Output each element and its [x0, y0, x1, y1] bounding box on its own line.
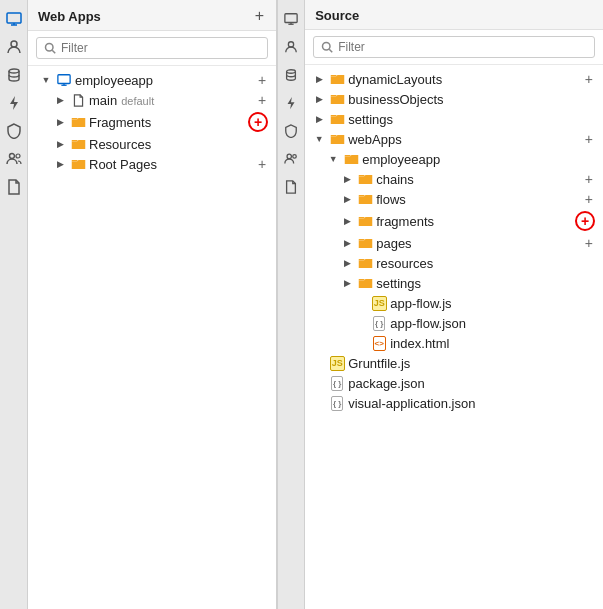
source-filter-input[interactable] — [338, 40, 587, 54]
flows-actions: + — [583, 192, 595, 206]
web-apps-add-button[interactable]: + — [253, 8, 266, 24]
rootpages-actions: + — [256, 157, 268, 171]
label-chains: chains — [376, 172, 583, 187]
label-fragments-src: fragments — [376, 214, 575, 229]
pages-src-actions: + — [583, 236, 595, 250]
label-settings: settings — [348, 112, 599, 127]
label-businessobjects: businessObjects — [348, 92, 599, 107]
chevron-fragments — [53, 115, 67, 129]
svg-rect-10 — [58, 75, 70, 84]
svg-point-7 — [16, 154, 20, 158]
tree-item-main[interactable]: maindefault + — [28, 90, 276, 110]
chains-actions: + — [583, 172, 595, 186]
folder-icon-settings-src — [357, 275, 373, 291]
label-index-html: index.html — [390, 336, 599, 351]
left-sidebar — [0, 0, 28, 609]
tree-item-fragments-src[interactable]: fragments — [305, 209, 603, 233]
json-icon-package: { } — [329, 375, 345, 391]
add-employeeapp-icon[interactable]: + — [256, 73, 268, 87]
tree-item-resources-src[interactable]: resources — [305, 253, 603, 273]
add-webapps-icon[interactable]: + — [583, 132, 595, 146]
add-dynamiclayouts-icon[interactable]: + — [583, 72, 595, 86]
source-tree: dynamicLayouts + businessObjects — [305, 65, 603, 609]
shield-mid-icon[interactable] — [280, 120, 302, 142]
svg-point-8 — [46, 44, 54, 52]
add-fragments-circle-btn[interactable] — [248, 112, 268, 132]
database-sidebar-icon[interactable] — [3, 64, 25, 86]
shield-sidebar-icon[interactable] — [3, 120, 25, 142]
add-fragments-src-circle-btn[interactable] — [575, 211, 595, 231]
label-employeeapp: employeeapp — [75, 73, 256, 88]
tree-item-gruntfile-js[interactable]: JS Gruntfile.js — [305, 353, 603, 373]
html-icon-index: <> — [371, 335, 387, 351]
panels-container: Web Apps + — [28, 0, 603, 609]
tree-item-app-flow-json[interactable]: { } app-flow.json — [305, 313, 603, 333]
svg-marker-5 — [10, 96, 18, 110]
folder-icon-resources-src — [357, 255, 373, 271]
tree-item-resources[interactable]: Resources — [28, 134, 276, 154]
folder-icon-webapps — [329, 131, 345, 147]
tree-item-index-html[interactable]: <> index.html — [305, 333, 603, 353]
webapps-actions: + — [583, 132, 595, 146]
search-icon — [44, 42, 56, 54]
svg-point-17 — [287, 70, 296, 74]
tree-item-businessobjects[interactable]: businessObjects — [305, 89, 603, 109]
label-src-employeeapp: employeeapp — [362, 152, 599, 167]
svg-point-16 — [289, 42, 294, 47]
web-apps-filter-box — [28, 31, 276, 66]
add-flows-icon[interactable]: + — [583, 192, 595, 206]
svg-line-22 — [329, 49, 332, 52]
chevron-src-employeeapp — [326, 152, 340, 166]
document-sidebar-icon[interactable] — [3, 176, 25, 198]
tree-item-employeeapp[interactable]: employeeapp + — [28, 70, 276, 90]
folder-icon-pages-src — [357, 235, 373, 251]
database-mid-icon[interactable] — [280, 64, 302, 86]
add-pages-src-icon[interactable]: + — [583, 236, 595, 250]
label-resources: Resources — [89, 137, 272, 152]
bolt-mid-icon[interactable] — [280, 92, 302, 114]
monitor-mid-icon[interactable] — [280, 8, 302, 30]
monitor-sidebar-icon[interactable] — [3, 8, 25, 30]
tree-item-settings[interactable]: settings — [305, 109, 603, 129]
tree-item-visual-app-json[interactable]: { } visual-application.json — [305, 393, 603, 413]
person-mid-icon[interactable] — [280, 36, 302, 58]
chevron-pages-src — [340, 236, 354, 250]
tree-item-chains[interactable]: chains + — [305, 169, 603, 189]
employeeapp-actions: + — [256, 73, 268, 87]
tree-item-settings-src[interactable]: settings — [305, 273, 603, 293]
tree-item-src-employeeapp[interactable]: employeeapp — [305, 149, 603, 169]
fragments-actions — [248, 112, 268, 132]
tree-item-webapps[interactable]: webApps + — [305, 129, 603, 149]
tree-item-flows[interactable]: flows + — [305, 189, 603, 209]
mid-sidebar — [277, 0, 305, 609]
add-rootpages-icon[interactable]: + — [256, 157, 268, 171]
tree-item-dynamiclayouts[interactable]: dynamicLayouts + — [305, 69, 603, 89]
label-settings-src: settings — [376, 276, 599, 291]
label-resources-src: resources — [376, 256, 599, 271]
chevron-flows — [340, 192, 354, 206]
label-app-flow-js: app-flow.js — [390, 296, 599, 311]
source-filter-wrap — [313, 36, 595, 58]
web-apps-panel: Web Apps + — [28, 0, 277, 609]
tree-item-package-json[interactable]: { } package.json — [305, 373, 603, 393]
svg-point-19 — [287, 154, 291, 158]
label-rootpages: Root Pages — [89, 157, 256, 172]
people-mid-icon[interactable] — [280, 148, 302, 170]
document-mid-icon[interactable] — [280, 176, 302, 198]
chevron-rootpages — [53, 157, 67, 171]
person-sidebar-icon[interactable] — [3, 36, 25, 58]
tree-item-rootpages[interactable]: Root Pages + — [28, 154, 276, 174]
monitor-icon-employeeapp — [56, 72, 72, 88]
tree-item-fragments[interactable]: Fragments — [28, 110, 276, 134]
svg-rect-13 — [285, 14, 297, 23]
web-apps-filter-input[interactable] — [61, 41, 260, 55]
web-apps-tree: employeeapp + — [28, 66, 276, 609]
add-chains-icon[interactable]: + — [583, 172, 595, 186]
tree-item-pages-src[interactable]: pages + — [305, 233, 603, 253]
folder-icon-rootpages — [70, 156, 86, 172]
tree-item-app-flow-js[interactable]: JS app-flow.js — [305, 293, 603, 313]
bolt-sidebar-icon[interactable] — [3, 92, 25, 114]
people-sidebar-icon[interactable] — [3, 148, 25, 170]
add-main-icon[interactable]: + — [256, 93, 268, 107]
chevron-businessobjects — [312, 92, 326, 106]
